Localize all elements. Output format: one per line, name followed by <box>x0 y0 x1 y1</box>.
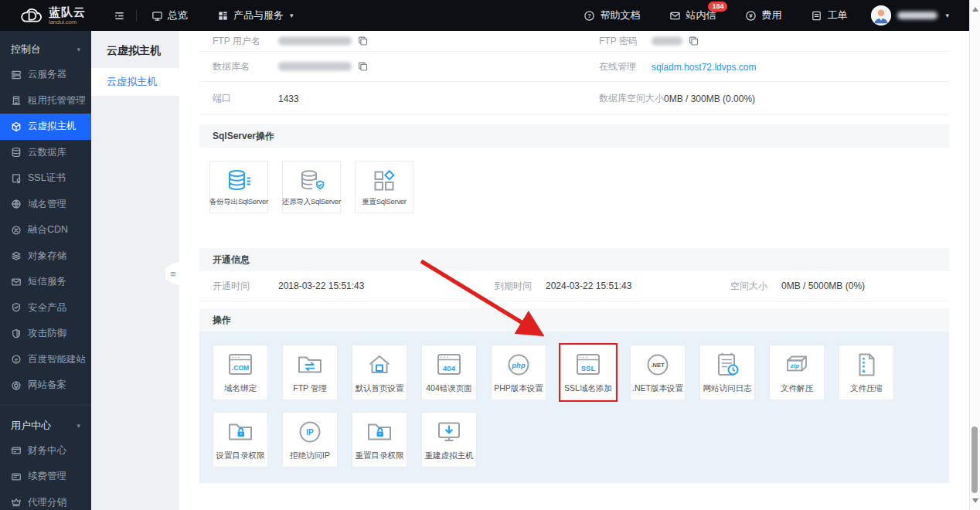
svg-text:.NET: .NET <box>651 362 665 369</box>
php-icon: php <box>503 349 534 380</box>
topbar-menu-item[interactable]: 产品与服务 ▾ <box>202 0 308 31</box>
action-card[interactable]: 重建虚拟主机 <box>421 412 477 468</box>
wallet-icon <box>11 445 22 456</box>
masked-value <box>278 37 352 46</box>
secondary-sidebar-items: 云虚拟主机 <box>91 68 179 96</box>
field-label: 数据库空间大小 <box>599 92 664 105</box>
sidebar-item[interactable]: 网站备案 <box>0 372 91 399</box>
page-scrollbar[interactable] <box>969 0 980 510</box>
section-title: SqlServer操作 <box>213 130 274 143</box>
sidebar-item[interactable]: SSL证书 <box>0 165 91 192</box>
collapse-menu-button[interactable] <box>103 0 136 31</box>
action-card[interactable]: 404 404错误页面 <box>421 345 477 400</box>
cloud-logo-icon <box>19 5 43 26</box>
sidebar-item[interactable]: 代理分销 <box>0 490 91 510</box>
sidebar-group-console[interactable]: 控制台 ▾ <box>0 37 91 62</box>
action-card[interactable]: .NET .NET版本设置 <box>630 345 686 400</box>
caret-down-icon: ▾ <box>77 46 80 53</box>
card-label: 默认首页设置 <box>356 383 404 394</box>
sqlserver-action-card[interactable]: 备份导出SqlServer <box>209 161 268 213</box>
folder-lock2-icon <box>364 416 395 447</box>
secondary-sidebar-item-label: 云虚拟主机 <box>107 76 157 87</box>
envelope-icon <box>11 277 22 287</box>
sidebar-group-title: 用户中心 <box>11 419 51 433</box>
topbar-right-item[interactable]: 工单 <box>796 0 862 31</box>
action-card[interactable]: php PHP版本设置 <box>491 345 546 400</box>
landui-logo[interactable]: 蓝队云 landui.com <box>0 5 86 26</box>
topbar-right: ? 帮助文档 站内信 184 ¥ 费用 工 <box>569 0 969 31</box>
topbar-right-label: 帮助文档 <box>600 8 640 22</box>
error-404-icon: 404 <box>434 349 464 380</box>
sidebar-item[interactable]: 安全产品 <box>0 295 91 321</box>
topbar: 蓝队云 landui.com 总览 产品与服务 ▾ <box>0 0 969 31</box>
shield-icon <box>11 302 22 313</box>
action-card[interactable]: FTP 管理 <box>282 345 338 400</box>
scroll-thumb[interactable] <box>971 427 978 493</box>
sidebar-item[interactable]: 对象存储 <box>0 243 91 270</box>
globe-icon <box>11 199 22 209</box>
secondary-sidebar-title: 云虚拟主机 <box>91 31 179 68</box>
folder-lock-icon <box>225 416 256 447</box>
sqlserver-action-card[interactable]: 重置SqlServer <box>355 161 413 213</box>
sidebar-item[interactable]: 租用托管管理 <box>0 88 91 114</box>
sidebar-item-label: 代理分销 <box>28 496 66 509</box>
user-menu[interactable]: ▾ <box>862 0 958 31</box>
detail-row: 数据库名 在线管理 sqladm.host72.ldvps.com <box>199 52 949 82</box>
topbar-menu-item[interactable]: 总览 <box>137 0 202 31</box>
copy-icon[interactable] <box>358 62 368 72</box>
sqlserver-cards: 备份导出SqlServer 还原导入SqlServer 重置SqlServer <box>209 161 949 213</box>
sidebar-item-label: 云虚拟主机 <box>28 120 77 133</box>
sidebar-item[interactable]: 攻击防御 <box>0 321 91 347</box>
sidebar-item[interactable]: e 百度智能建站 <box>0 347 91 373</box>
svg-text:404: 404 <box>443 364 456 372</box>
sidebar-item[interactable]: 融合CDN <box>0 217 91 243</box>
action-card[interactable]: 文件压缩 <box>839 345 894 400</box>
action-card[interactable]: zip 文件解压 <box>769 345 825 400</box>
sidebar-item[interactable]: 续费管理 <box>0 464 91 490</box>
sidebar-item[interactable]: 域名管理 <box>0 192 91 218</box>
online-manage-link[interactable]: sqladm.host72.ldvps.com <box>652 61 756 72</box>
database-icon <box>11 147 22 158</box>
action-card[interactable]: 网站访问日志 <box>699 345 755 400</box>
action-card[interactable]: 设置目录权限 <box>213 412 268 468</box>
sidebar-item[interactable]: 云服务器 <box>0 62 91 88</box>
card-label: 文件解压 <box>781 383 813 394</box>
sidebar-group-user[interactable]: 用户中心 ▾ <box>0 413 91 438</box>
scroll-down-arrow[interactable] <box>972 498 978 506</box>
topbar-right-item[interactable]: ? 帮助文档 <box>569 0 655 31</box>
detail-pair-right: 数据库空间大小 0MB / 300MB (0.00%) <box>599 92 755 105</box>
shield-half-icon <box>11 328 22 339</box>
unread-count-badge: 184 <box>708 2 727 12</box>
sidebar-section-console: 控制台 ▾ 云服务器 租用托管管理 云虚拟主机 <box>0 31 91 399</box>
action-card[interactable]: IP 拒绝访问IP <box>282 412 338 468</box>
username-masked <box>897 12 937 19</box>
topbar-menu: 总览 产品与服务 ▾ <box>137 0 308 31</box>
copy-icon[interactable] <box>689 36 699 46</box>
card-label: 网站访问日志 <box>703 383 752 394</box>
sidebar-item[interactable]: 云数据库 <box>0 140 91 166</box>
sqlserver-action-card[interactable]: 还原导入SqlServer <box>282 161 341 213</box>
action-card[interactable]: 重置目录权限 <box>352 412 407 468</box>
card-icon <box>11 471 22 482</box>
scroll-up-arrow[interactable] <box>972 4 978 12</box>
db-import-icon <box>296 165 327 196</box>
topbar-right-item[interactable]: ¥ 费用 <box>730 0 796 31</box>
topbar-right-item[interactable]: 站内信 184 <box>655 0 730 31</box>
sidebar-item[interactable]: 短信服务 <box>0 269 91 295</box>
action-card[interactable]: SSL SSL域名添加 <box>560 345 616 400</box>
compress-icon <box>851 349 882 380</box>
action-card[interactable]: .COM 域名绑定 <box>213 345 268 400</box>
avatar <box>871 5 891 26</box>
detail-row: FTP 用户名 FTP 密码 <box>199 31 949 52</box>
secondary-sidebar-item[interactable]: 云虚拟主机 <box>91 68 179 96</box>
topbar-menu-label: 产品与服务 <box>233 8 284 22</box>
action-card[interactable]: 默认首页设置 <box>352 345 407 400</box>
sidebar-item[interactable]: 财务中心 <box>0 438 91 464</box>
copy-icon[interactable] <box>358 36 368 46</box>
sidebar-item[interactable]: 云虚拟主机 <box>0 114 91 140</box>
field-label: 空间大小 <box>730 280 767 293</box>
field-label: 在线管理 <box>599 60 652 73</box>
sidebar-item-label: 续费管理 <box>28 470 66 483</box>
ip-ban-icon: IP <box>294 416 325 447</box>
cube-icon <box>11 121 22 132</box>
